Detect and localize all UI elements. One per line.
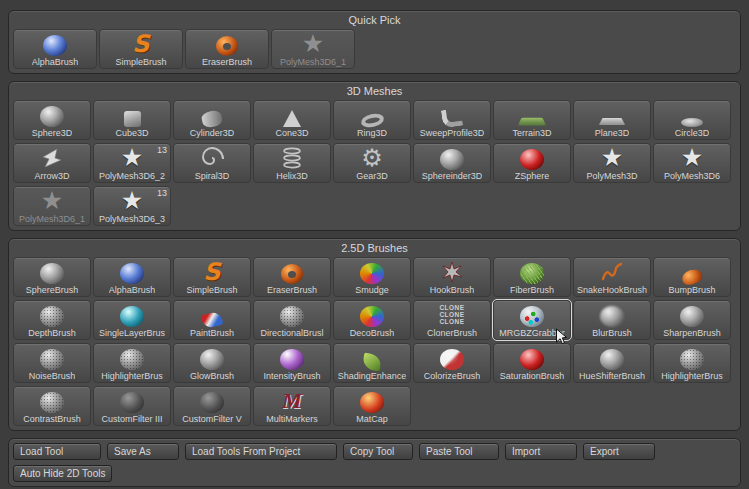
tool-item-multimarkers[interactable]: MMultiMarkers bbox=[253, 386, 331, 426]
tool-item-cube3d[interactable]: Cube3D bbox=[93, 100, 171, 140]
tool-item-paintbrush[interactable]: PaintBrush bbox=[173, 300, 251, 340]
tool-item-plane3d[interactable]: Plane3D bbox=[573, 100, 651, 140]
tool-item-decobrush[interactable]: DecoBrush bbox=[333, 300, 411, 340]
tool-item-label: HookBrush bbox=[430, 284, 475, 296]
gray-sphere-icon bbox=[680, 306, 704, 327]
gray-sphere-icon bbox=[600, 349, 624, 370]
tool-item-circle3d[interactable]: Circle3D bbox=[653, 100, 731, 140]
white-star-icon: ★ bbox=[601, 145, 623, 170]
tool-item-sphereinder3d[interactable]: Sphereinder3D bbox=[413, 143, 491, 183]
tool-item-blurbrush[interactable]: BlurBrush bbox=[573, 300, 651, 340]
3d-meshes-section: 3D Meshes Sphere3DCube3DCylinder3DCone3D… bbox=[8, 81, 741, 231]
tool-item-label: GlowBrush bbox=[190, 370, 234, 382]
teal-sphere-icon bbox=[120, 306, 144, 327]
tool-item-label: Circle3D bbox=[675, 127, 710, 139]
tool-actions-row-2: Auto Hide 2D Tools bbox=[13, 465, 736, 482]
tool-item-directionalbrusl[interactable]: DirectionalBrusl bbox=[253, 300, 331, 340]
tool-item-colorizebrush[interactable]: ColorizeBrush bbox=[413, 343, 491, 383]
tool-item-label: MultiMarkers bbox=[266, 413, 318, 425]
import-button[interactable]: Import bbox=[505, 443, 577, 460]
tool-item-noisebrush[interactable]: NoiseBrush bbox=[13, 343, 91, 383]
tool-item-fiberbrush[interactable]: FiberBrush bbox=[493, 257, 571, 297]
gray-star-icon: ★ bbox=[41, 188, 63, 213]
save-as-button[interactable]: Save As bbox=[107, 443, 179, 460]
tool-item-polymesh3d[interactable]: ★PolyMesh3D bbox=[573, 143, 651, 183]
tool-item-saturationbrush[interactable]: SaturationBrush bbox=[493, 343, 571, 383]
tool-item-polymesh3d6-3[interactable]: ★PolyMesh3D6_313 bbox=[93, 186, 171, 226]
tool-item-simplebrush[interactable]: SSimpleBrush bbox=[99, 29, 183, 69]
tool-item-glowbrush[interactable]: GlowBrush bbox=[173, 343, 251, 383]
tool-item-helix3d[interactable]: Helix3D bbox=[253, 143, 331, 183]
tool-item-label: Terrain3D bbox=[512, 127, 551, 139]
tool-item-sphere3d[interactable]: Sphere3D bbox=[13, 100, 91, 140]
tool-row: NoiseBrushHighlighterBrusGlowBrushIntens… bbox=[13, 343, 736, 383]
tool-item-zsphere[interactable]: ZSphere bbox=[493, 143, 571, 183]
tool-item-cylinder3d[interactable]: Cylinder3D bbox=[173, 100, 251, 140]
tool-item-customfilter-iii[interactable]: CustomFilter III bbox=[93, 386, 171, 426]
tool-item-mrgbzgrabber[interactable]: MRGBZGrabber bbox=[493, 300, 571, 340]
tool-item-clonerbrush[interactable]: CLONECLONECLONEClonerBrush bbox=[413, 300, 491, 340]
tool-item-label: ContrastBrush bbox=[23, 413, 81, 425]
tool-item-label: DecoBrush bbox=[350, 327, 395, 339]
tool-item-terrain3d[interactable]: Terrain3D bbox=[493, 100, 571, 140]
tool-item-alphabrush[interactable]: AlphaBrush bbox=[13, 29, 97, 69]
tool-item-hookbrush[interactable]: HookBrush bbox=[413, 257, 491, 297]
tool-item-sweepprofile3d[interactable]: SweepProfile3D bbox=[413, 100, 491, 140]
dotted-sphere-icon bbox=[680, 349, 704, 370]
tool-item-simplebrush[interactable]: SSimpleBrush bbox=[173, 257, 251, 297]
tool-item-spherebrush[interactable]: SphereBrush bbox=[13, 257, 91, 297]
quick-pick-items: AlphaBrushSSimpleBrushEraserBrush★PolyMe… bbox=[13, 29, 736, 69]
tool-item-highlighterbrus[interactable]: HighlighterBrus bbox=[93, 343, 171, 383]
tool-item-polymesh3d6[interactable]: ★PolyMesh3D6 bbox=[653, 143, 731, 183]
paste-tool-button[interactable]: Paste Tool bbox=[419, 443, 499, 460]
tool-item-label: PolyMesh3D6_3 bbox=[99, 213, 165, 225]
tool-item-snakehookbrush[interactable]: SnakeHookBrush bbox=[573, 257, 651, 297]
tool-item-shadingenhance[interactable]: ShadingEnhance bbox=[333, 343, 411, 383]
tool-item-customfilter-v[interactable]: CustomFilter V bbox=[173, 386, 251, 426]
tool-item-ring3d[interactable]: Ring3D bbox=[333, 100, 411, 140]
tool-item-polymesh3d6-1[interactable]: ★PolyMesh3D6_1 bbox=[271, 29, 355, 69]
tool-item-label: SimpleBrush bbox=[186, 284, 237, 296]
disc-icon bbox=[681, 118, 703, 127]
tool-item-bumpbrush[interactable]: BumpBrush bbox=[653, 257, 731, 297]
tool-item-label: EraserBrush bbox=[267, 284, 317, 296]
tool-item-depthbrush[interactable]: DepthBrush bbox=[13, 300, 91, 340]
tool-item-alphabrush[interactable]: AlphaBrush bbox=[93, 257, 171, 297]
tool-item-label: SimpleBrush bbox=[115, 56, 166, 68]
tool-item-eraserbrush[interactable]: EraserBrush bbox=[253, 257, 331, 297]
auto-hide-2d-tools-button[interactable]: Auto Hide 2D Tools bbox=[13, 465, 112, 482]
tool-item-polymesh3d6-1[interactable]: ★PolyMesh3D6_1 bbox=[13, 186, 91, 226]
helix-icon bbox=[279, 145, 305, 170]
tool-item-arrow3d[interactable]: Arrow3D bbox=[13, 143, 91, 183]
tool-row: Sphere3DCube3DCylinder3DCone3DRing3DSwee… bbox=[13, 100, 736, 140]
export-button[interactable]: Export bbox=[583, 443, 655, 460]
mouse-cursor bbox=[555, 328, 568, 345]
gray-sphere-icon bbox=[440, 149, 464, 170]
tool-item-label: Spiral3D bbox=[195, 170, 230, 182]
tool-item-label: Helix3D bbox=[276, 170, 308, 182]
tool-item-hueshifterbrush[interactable]: HueShifterBrush bbox=[573, 343, 651, 383]
tool-item-singlelayerbrus[interactable]: SingleLayerBrus bbox=[93, 300, 171, 340]
copy-tool-button[interactable]: Copy Tool bbox=[343, 443, 413, 460]
tool-row: SphereBrushAlphaBrushSSimpleBrushEraserB… bbox=[13, 257, 736, 297]
tool-item-highlighterbrus[interactable]: HighlighterBrus bbox=[653, 343, 731, 383]
tool-item-intensitybrush[interactable]: IntensityBrush bbox=[253, 343, 331, 383]
tool-item-contrastbrush[interactable]: ContrastBrush bbox=[13, 386, 91, 426]
tool-item-label: PolyMesh3D6 bbox=[664, 170, 720, 182]
tool-item-matcap[interactable]: MatCap bbox=[333, 386, 411, 426]
tool-item-cone3d[interactable]: Cone3D bbox=[253, 100, 331, 140]
tool-item-gear3d[interactable]: ⚙Gear3D bbox=[333, 143, 411, 183]
tool-item-label: FiberBrush bbox=[510, 284, 554, 296]
tool-item-smudge[interactable]: Smudge bbox=[333, 257, 411, 297]
red-sphere-icon bbox=[520, 149, 544, 170]
load-tool-button[interactable]: Load Tool bbox=[13, 443, 101, 460]
tool-item-polymesh3d6-2[interactable]: ★PolyMesh3D6_213 bbox=[93, 143, 171, 183]
tool-item-label: PolyMesh3D bbox=[586, 170, 637, 182]
tool-item-label: SingleLayerBrus bbox=[99, 327, 165, 339]
load-tools-from-project-button[interactable]: Load Tools From Project bbox=[185, 443, 337, 460]
tool-item-spiral3d[interactable]: Spiral3D bbox=[173, 143, 251, 183]
tool-item-sharpenbrush[interactable]: SharpenBrush bbox=[653, 300, 731, 340]
orange-torus-icon bbox=[281, 264, 303, 284]
clone-text-icon: CLONECLONECLONE bbox=[439, 302, 464, 327]
tool-item-eraserbrush[interactable]: EraserBrush bbox=[185, 29, 269, 69]
